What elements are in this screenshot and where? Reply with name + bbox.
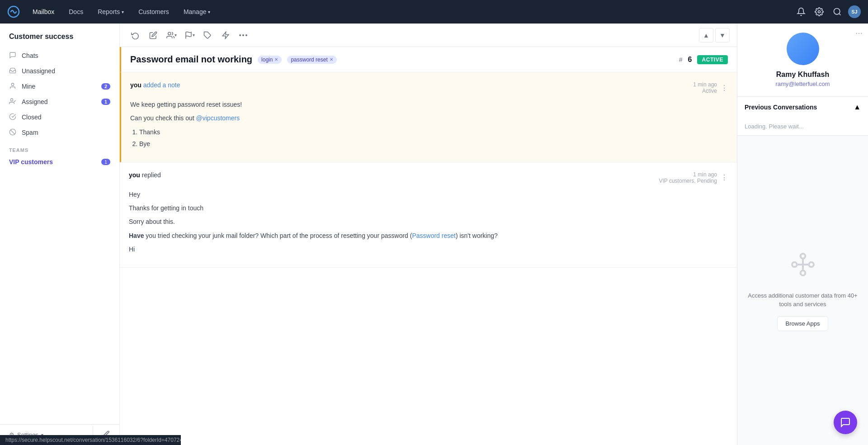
browse-apps-button[interactable]: Browse Apps [777,316,829,331]
assigned-badge: 1 [101,99,110,105]
settings-button[interactable] [812,5,826,19]
unassigned-label: Unassigned [22,67,110,75]
flag-button[interactable]: ▾ [181,27,198,43]
status-badge: ACTIVE [697,55,728,64]
message-reply-time: 1 min ago [659,171,717,178]
contact-more-btn[interactable]: ⋯ [855,29,863,38]
sidebar-item-mine[interactable]: Mine 2 [0,79,119,94]
undo-button[interactable] [127,27,143,43]
password-reset-link[interactable]: Password reset [412,232,455,239]
mine-badge: 2 [101,83,110,90]
message-reply-author: you replied [129,171,161,179]
tag-login-remove[interactable]: ✕ [274,57,278,62]
message-reply-more-btn[interactable]: ⋮ [721,173,728,182]
conv-toolbar: ▾ ▾ ••• [120,24,737,47]
tag-password-reset: password reset ✕ [287,56,336,64]
apps-section: Access additional customer data from 40+… [737,136,868,445]
svg-line-7 [10,130,14,134]
chat-fab-button[interactable] [834,411,857,434]
teams-section: TEAMS VIP customers 1 [0,142,119,171]
svg-marker-11 [222,32,229,38]
closed-label: Closed [22,114,110,121]
person-icon [9,82,17,90]
spam-icon [9,128,17,137]
manage-chevron-icon: ▾ [208,9,210,14]
prev-conv-section: Previous Conversations ▲ Loading. Please… [737,97,868,136]
chats-label: Chats [22,52,110,59]
sidebar-item-closed[interactable]: Closed [0,109,119,125]
svg-point-1 [818,11,821,13]
tag-login: login ✕ [258,56,282,64]
mine-label: Mine [22,83,97,90]
team-vip-label: VIP customers [9,158,97,166]
prev-conv-collapse-icon: ▲ [854,103,861,111]
conv-id-prefix: # [679,56,683,63]
nav-manage[interactable]: Manage ▾ [178,5,216,18]
spam-label: Spam [22,129,110,136]
svg-point-13 [792,262,797,267]
status-bar: https://secure.helpscout.net/conversatio… [0,435,181,445]
prev-conv-button[interactable]: ▲ [699,28,713,43]
contact-email: ramy@letterfuel.com [775,80,830,87]
message-reply: you replied 1 min ago VIP customers, Pen… [120,162,737,268]
reports-chevron-icon: ▾ [122,9,124,14]
message-note-time: 1 min ago [693,81,717,88]
team-vip-badge: 1 [101,159,110,165]
message-note-meta: you added a note 1 min ago Active ⋮ [130,81,728,94]
svg-point-14 [809,262,814,267]
next-conv-button[interactable]: ▼ [715,28,730,43]
prev-conv-loading: Loading. Please wait... [737,118,868,135]
svg-point-12 [800,254,805,259]
svg-point-4 [11,83,14,85]
nav-reports[interactable]: Reports ▾ [92,5,129,18]
conv-body: you added a note 1 min ago Active ⋮ We k… [120,72,737,445]
teams-label: TEAMS [9,147,110,153]
team-item-vip[interactable]: VIP customers 1 [9,155,110,169]
sidebar-item-chats[interactable]: Chats [0,48,119,63]
app-logo[interactable] [7,5,20,18]
message-reply-status: VIP customers, Pending [659,178,717,184]
sidebar-title: Customer success [0,24,119,46]
user-avatar[interactable]: SJ [848,5,861,18]
contact-avatar [787,33,819,65]
check-circle-icon [9,113,17,121]
nav-docs[interactable]: Docs [63,5,89,18]
more-button[interactable]: ••• [236,27,252,43]
message-reply-right: 1 min ago VIP customers, Pending ⋮ [659,171,728,184]
assign-button[interactable]: ▾ [163,27,179,43]
search-button[interactable] [830,5,844,19]
message-note-more-btn[interactable]: ⋮ [721,84,728,92]
apps-desc: Access additional customer data from 40+… [746,291,859,309]
message-note-right: 1 min ago Active ⋮ [693,81,728,94]
apps-icon [788,250,817,284]
prev-conv-toggle[interactable]: Previous Conversations ▲ [737,97,868,118]
conv-id-num: 6 [688,56,692,64]
svg-point-8 [168,32,170,35]
notifications-button[interactable] [794,5,808,19]
chat-icon [9,52,17,60]
conv-title: Password email not working [130,54,252,65]
edit-button[interactable] [145,27,161,43]
sidebar-nav: Chats Unassigned [0,46,119,142]
message-note: you added a note 1 min ago Active ⋮ We k… [120,72,737,162]
label-button[interactable] [199,27,216,43]
right-panel: ⋯ Ramy Khuffash ramy@letterfuel.com Prev… [737,24,868,445]
sidebar-item-spam[interactable]: Spam [0,125,119,140]
message-reply-body: Hey Thanks for getting in touch Sorry ab… [129,189,728,255]
assigned-label: Assigned [22,98,97,105]
sidebar-item-unassigned[interactable]: Unassigned [0,63,119,79]
contact-name: Ramy Khuffash [776,71,829,79]
status-url: https://secure.helpscout.net/conversatio… [5,437,181,443]
bolt-button[interactable] [217,27,234,43]
contact-card: ⋯ Ramy Khuffash ramy@letterfuel.com [737,24,868,97]
tag-password-reset-remove[interactable]: ✕ [330,57,333,62]
person-check-icon [9,98,17,106]
nav-customers[interactable]: Customers [133,5,175,18]
message-reply-meta: you replied 1 min ago VIP customers, Pen… [129,171,728,184]
main-content: ▾ ▾ ••• [120,24,737,445]
sidebar-item-assigned[interactable]: Assigned 1 [0,94,119,109]
message-note-body: We keep getting password reset issues! C… [130,99,728,149]
svg-point-15 [800,270,805,275]
svg-point-2 [834,9,840,14]
nav-mailbox[interactable]: Mailbox [27,5,60,18]
